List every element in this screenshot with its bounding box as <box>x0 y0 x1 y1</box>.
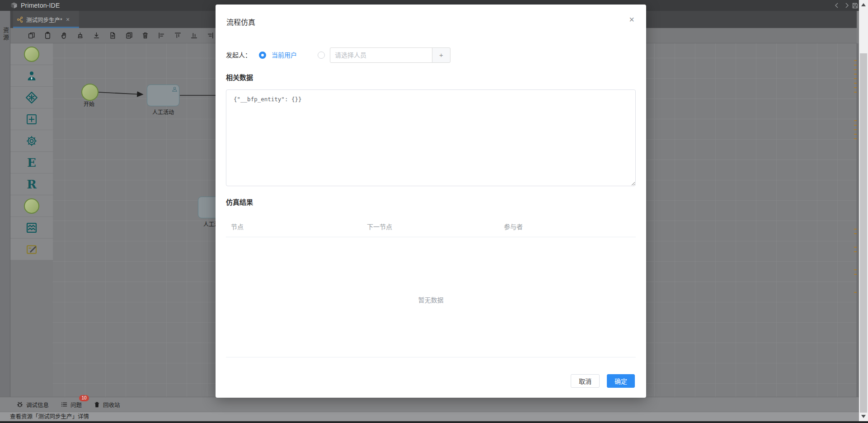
align-top-icon <box>174 32 182 39</box>
column-header-next-node: 下一节点 <box>367 222 392 231</box>
statusbar: 查看资源「测试同步生产」详情 <box>0 412 859 421</box>
align-right-icon <box>206 32 214 39</box>
align-bottom-icon <box>190 32 198 39</box>
palette-item-end-event[interactable] <box>10 195 53 216</box>
vertical-scrollbar[interactable] <box>859 0 868 421</box>
app-logo-icon <box>10 1 18 9</box>
pan-button[interactable] <box>57 29 70 42</box>
form-edit-icon <box>25 243 38 256</box>
list-icon <box>61 401 68 408</box>
simulation-result-heading: 仿真结果 <box>226 197 253 207</box>
rule-letter-icon: R <box>27 179 37 190</box>
table-header-divider <box>226 237 636 237</box>
palette-item-service-task[interactable] <box>10 130 53 151</box>
column-header-participant: 参与者 <box>504 222 523 231</box>
end-event-icon <box>24 198 39 214</box>
current-user-option-label[interactable]: 当前用户 <box>272 47 297 63</box>
related-data-textarea[interactable]: {"__bfp_entity": {}} <box>226 89 636 186</box>
trash-icon <box>94 401 100 408</box>
bottom-toolbar: 调试信息 问题 10 回收站 <box>0 397 859 412</box>
window-bottom-edge <box>0 421 868 423</box>
debug-icon <box>16 401 23 408</box>
recycle-bin-label: 回收站 <box>103 400 120 409</box>
process-simulation-dialog: 流程仿真 × 发起人： 当前用户 + 相关数据 {"__bfp_entity":… <box>216 5 646 398</box>
cancel-button[interactable]: 取消 <box>571 374 600 388</box>
gateway-icon <box>25 91 38 104</box>
confirm-button[interactable]: 确定 <box>607 374 635 388</box>
palette-item-form-task[interactable] <box>10 239 53 260</box>
paste-icon <box>44 32 52 39</box>
waves-icon <box>25 221 38 234</box>
resource-rail[interactable]: 资源 <box>0 11 10 397</box>
tab-process-editor[interactable]: 测试同步生产* × <box>13 11 79 28</box>
column-header-node: 节点 <box>231 222 244 231</box>
align-top-button[interactable] <box>171 29 184 42</box>
empty-table-placeholder: 暂无数据 <box>216 295 646 304</box>
align-right-button[interactable] <box>204 29 216 42</box>
table-bottom-divider <box>226 357 636 357</box>
status-message: 查看资源「测试同步生产」详情 <box>10 414 89 420</box>
copy-icon <box>28 32 35 39</box>
related-data-heading: 相关数据 <box>226 72 253 82</box>
palette-item-entity[interactable]: E <box>10 152 53 173</box>
copy-document-icon <box>125 32 133 39</box>
node-label: 人工活动 <box>147 108 179 116</box>
person-icon <box>25 70 38 82</box>
document-button[interactable] <box>106 29 119 42</box>
copy-button[interactable] <box>25 29 38 42</box>
palette-item-rule[interactable]: R <box>10 174 53 195</box>
download-icon <box>93 32 100 39</box>
palette-item-human-activity[interactable] <box>10 65 53 86</box>
plus-square-icon <box>25 113 38 126</box>
close-dialog-icon[interactable]: × <box>626 14 637 24</box>
problems-count-badge: 10 <box>79 395 89 401</box>
brush-icon <box>76 32 84 39</box>
current-user-radio[interactable] <box>259 52 266 59</box>
node-start-event[interactable] <box>81 84 99 101</box>
gear-icon <box>25 135 38 147</box>
node-palette: E R <box>10 43 53 397</box>
save-icon[interactable] <box>852 2 859 9</box>
trash-icon <box>141 32 149 39</box>
scrollbar-thumb[interactable] <box>860 53 867 413</box>
problems-button[interactable]: 问题 10 <box>61 400 82 409</box>
debug-info-label: 调试信息 <box>26 400 49 409</box>
app-window: Primeton-IDE 资源 测试同步生产* × <box>0 0 868 423</box>
recycle-bin-button[interactable]: 回收站 <box>94 400 120 409</box>
palette-item-start-event[interactable] <box>10 43 53 65</box>
app-title: Primeton-IDE <box>21 2 60 9</box>
nav-back-icon[interactable] <box>834 2 840 9</box>
brush-button[interactable] <box>74 29 86 42</box>
nav-forward-icon[interactable] <box>844 2 850 9</box>
resource-rail-label: 资源 <box>1 27 10 42</box>
person-badge-icon <box>172 86 178 92</box>
palette-item-signal-task[interactable] <box>10 217 53 238</box>
copy-document-button[interactable] <box>122 29 135 42</box>
entity-letter-icon: E <box>27 157 36 169</box>
palette-item-subprocess[interactable] <box>10 108 53 130</box>
dialog-title: 流程仿真 <box>226 16 255 27</box>
scrollbar-down-arrow-icon[interactable] <box>861 415 866 418</box>
select-person-input[interactable] <box>330 47 432 63</box>
document-icon <box>109 32 117 39</box>
paste-button[interactable] <box>41 29 54 42</box>
start-event-icon <box>24 47 39 62</box>
delete-button[interactable] <box>139 29 151 42</box>
palette-item-gateway[interactable] <box>10 87 53 108</box>
problems-label: 问题 <box>70 400 82 409</box>
scrollbar-up-arrow-icon[interactable] <box>861 3 866 6</box>
tab-title: 测试同步生产* <box>26 15 62 24</box>
process-icon <box>17 16 23 23</box>
import-button[interactable] <box>90 29 103 42</box>
hand-icon <box>60 32 68 39</box>
add-person-button[interactable]: + <box>432 47 450 63</box>
close-tab-icon[interactable]: × <box>66 16 70 23</box>
align-bottom-button[interactable] <box>188 29 200 42</box>
align-left-icon <box>158 32 165 39</box>
node-human-activity-1[interactable] <box>147 85 179 106</box>
debug-info-button[interactable]: 调试信息 <box>16 400 49 409</box>
select-person-radio[interactable] <box>318 52 325 59</box>
align-left-button[interactable] <box>155 29 168 42</box>
node-label: 开始 <box>78 100 100 108</box>
initiator-label: 发起人： <box>226 47 251 63</box>
